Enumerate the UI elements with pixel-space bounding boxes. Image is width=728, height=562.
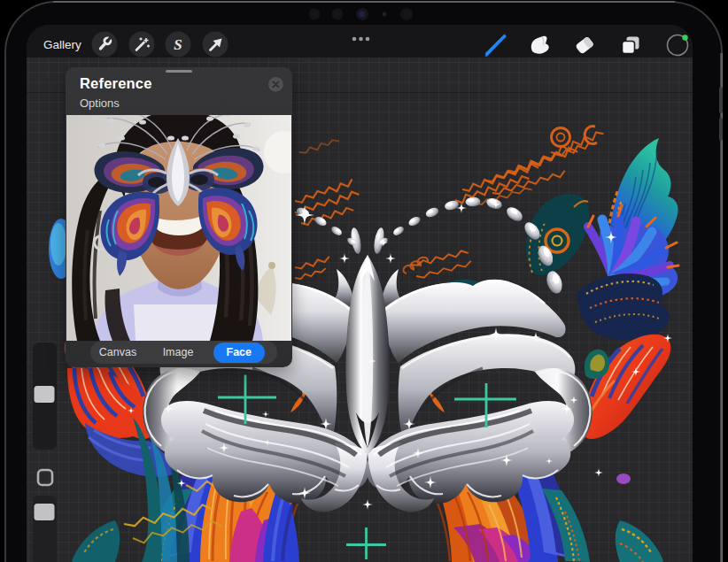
- svg-text:Gallery: Gallery: [43, 38, 81, 51]
- svg-text:S: S: [174, 36, 182, 53]
